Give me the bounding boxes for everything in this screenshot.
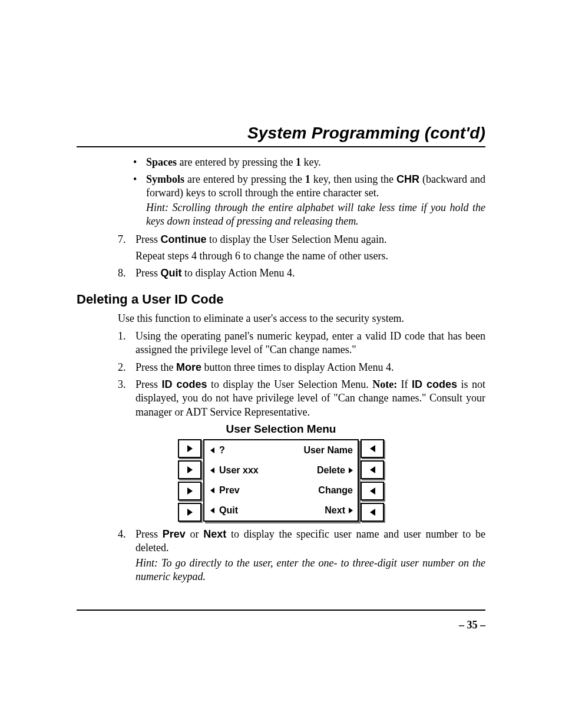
steps-b: 1. Using the operating panel's numeric k… [118,330,485,419]
mid1: key, then using the [310,173,396,185]
steps-a: 7. Press Continue to display the User Se… [118,233,485,280]
sr1: Delete [317,465,345,476]
triangle-left-icon [210,487,214,493]
user-selection-menu: ? User Name User xxx Delete Prev Change [176,438,386,523]
numb1: 1. [118,330,126,343]
step-b1: 1. Using the operating panel's numeric k… [118,330,485,357]
step-8: 8. Press Quit to display Action Menu 4. [118,266,485,280]
left-button-1[interactable] [178,460,201,479]
num8: 8. [118,266,126,280]
triangle-left-icon [370,509,375,516]
hint-scroll: Hint: Scrolling through the entire alpha… [146,201,485,228]
bullet-spaces: Spaces are entered by pressing the 1 key… [133,156,485,169]
triangle-left-icon [370,445,375,452]
step-c4: 4. Press Prev or Next to display the spe… [118,528,485,584]
pre8: Press [135,267,161,279]
note-label: Note: [372,378,397,390]
num7: 7. [118,233,126,246]
post8: to display Action Menu 4. [182,267,295,279]
sub7: Repeat steps 4 through 6 to change the n… [135,249,485,263]
continue-label: Continue [161,233,207,245]
screen-row-0: ? User Name [204,440,358,460]
screen-row-1: User xxx Delete [204,460,358,480]
menu-screen: ? User Name User xxx Delete Prev Change [203,439,359,522]
key1: 1 [305,173,310,185]
quit-label: Quit [161,267,182,279]
triangle-left-icon [370,487,375,495]
step-7: 7. Press Continue to display the User Se… [118,233,485,263]
page-number: – 35 – [77,619,485,631]
right-button-3[interactable] [361,503,384,522]
chr-label: CHR [396,173,419,185]
left-button-3[interactable] [178,503,201,522]
triangle-right-icon [187,487,193,495]
numb3: 3. [118,378,126,391]
sl0: ? [219,445,225,456]
triangle-right-icon [349,508,353,513]
triangle-right-icon [187,466,193,473]
mid-b3: to display the User Selection Menu. [207,378,372,390]
or-c4: or [186,528,203,540]
section-intro: Use this function to eliminate a user's … [118,312,485,325]
idcodes-label: ID codes [161,378,207,390]
pre7: Press [135,233,161,245]
key0: 1 [296,156,301,168]
triangle-right-icon [187,445,193,452]
steps-c: 4. Press Prev or Next to display the spe… [118,528,485,584]
sr2: Change [318,485,353,496]
idcodes2-label: ID codes [412,378,457,390]
sr0: User Name [303,445,353,456]
prev-label: Prev [163,528,186,540]
sl1: User xxx [219,465,259,476]
more-label: More [176,361,201,373]
pre-c4: Press [135,528,163,540]
bottom-rule [77,610,485,611]
hint-c4: Hint: To go directly to the user, enter … [135,556,485,584]
numc4: 4. [118,528,126,541]
triangle-right-icon [349,467,353,473]
text-b1: Using the operating panel's numeric keyp… [135,330,485,355]
left-button-0[interactable] [178,439,201,458]
triangle-right-icon [187,509,193,516]
bullet-symbols: Symbols are entered by pressing the 1 ke… [133,173,485,228]
screen-row-3: Quit Next [204,500,358,521]
triangle-left-icon [210,467,214,473]
sl2: Prev [219,485,240,496]
rest0: are entered by pressing the [177,156,296,168]
pre-b2: Press the [135,361,176,373]
post7: to display the User Selection Menu again… [207,233,387,245]
step-b2: 2. Press the More button three times to … [118,361,485,374]
tail0: key. [301,156,321,168]
section-heading-delete: Deleting a User ID Code [77,292,485,307]
right-button-0[interactable] [361,439,384,458]
post2-b3: If [397,378,412,390]
triangle-left-icon [210,447,214,453]
post-b2: button three times to display Action Men… [201,361,394,373]
page-title: System Programming (cont'd) [77,124,485,143]
lead-symbols: Symbols [146,173,184,185]
right-button-2[interactable] [361,482,384,500]
step-b3: 3. Press ID codes to display the User Se… [118,378,485,419]
triangle-left-icon [370,466,375,473]
next-label: Next [203,528,226,540]
sl3: Quit [219,505,238,516]
menu-row-0: ? User Name User xxx Delete Prev Change [176,438,386,459]
left-button-2[interactable] [178,482,201,500]
bullet-list: Spaces are entered by pressing the 1 key… [133,156,485,228]
sr3: Next [325,505,345,516]
lead-spaces: Spaces [146,156,177,168]
menu-wrap: ? User Name User xxx Delete Prev Change [77,438,485,523]
title-rule [77,146,485,147]
numb2: 2. [118,361,126,374]
screen-row-2: Prev Change [204,480,358,500]
rest1: are entered by pressing the [184,173,305,185]
right-button-1[interactable] [361,460,384,479]
triangle-left-icon [210,508,214,513]
pre-b3: Press [135,378,161,390]
menu-title: User Selection Menu [77,423,485,436]
